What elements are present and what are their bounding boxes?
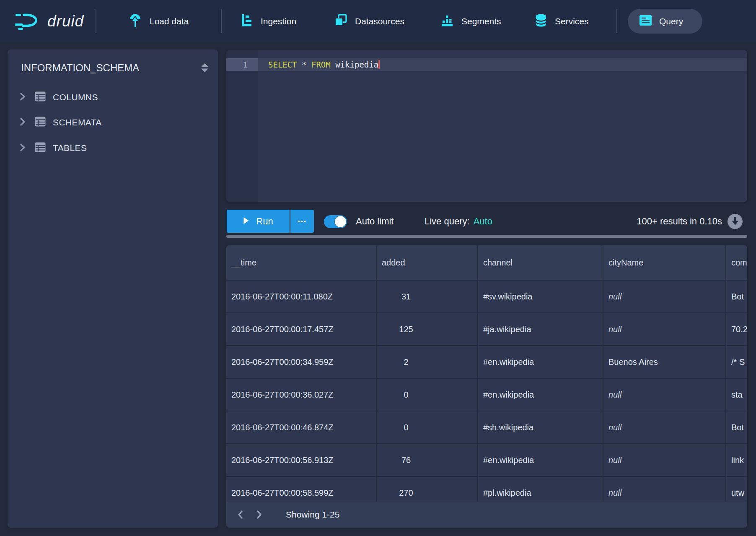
sidebar-item-label: COLUMNS	[53, 92, 98, 102]
sidebar-item-label: SCHEMATA	[53, 117, 102, 127]
table-cell[interactable]: Bot	[725, 411, 747, 443]
nav-item-segments[interactable]: Segments	[441, 0, 501, 42]
table-cell[interactable]: sta	[725, 379, 747, 411]
column-header-comment[interactable]: comment	[725, 245, 747, 280]
run-button-label: Run	[256, 216, 273, 227]
table-cell[interactable]: Buenos Aires	[603, 346, 725, 378]
table-cell[interactable]: #sh.wikipedia	[477, 411, 603, 443]
schema-panel: INFORMATION_SCHEMA COLUMNS	[8, 49, 218, 528]
nav-item-label: Ingestion	[261, 16, 296, 26]
brand-wordmark: druid	[47, 13, 84, 30]
table-cell[interactable]: #en.wikipedia	[477, 346, 603, 378]
nav-item-label: Services	[555, 16, 589, 26]
sidebar-item-schemata[interactable]: SCHEMATA	[8, 112, 218, 133]
table-cell[interactable]: null	[603, 411, 725, 443]
column-header-channel[interactable]: channel	[477, 245, 603, 280]
table-icon	[35, 142, 46, 154]
datasources-icon	[334, 14, 347, 29]
previous-page-button[interactable]	[231, 505, 250, 524]
table-cell[interactable]: null	[603, 313, 725, 345]
chevron-right-icon[interactable]	[18, 143, 26, 154]
column-header-__time[interactable]: __time	[226, 245, 376, 280]
load-data-icon	[128, 13, 142, 30]
results-header-row: __timeaddedchannelcityNamecomment	[226, 245, 747, 280]
table-cell[interactable]: 2016-06-27T00:00:34.959Z	[226, 346, 376, 378]
nav-item-label: Datasources	[355, 16, 404, 26]
nav-item-load-data[interactable]: Load data	[128, 0, 189, 42]
table-cell[interactable]: #sv.wikipedia	[477, 281, 603, 312]
table-cell[interactable]: 125	[376, 313, 477, 345]
run-button[interactable]: Run	[227, 210, 290, 233]
table-cell[interactable]: 76	[376, 444, 477, 476]
table-cell[interactable]: Bot	[725, 281, 747, 312]
table-cell[interactable]: 70.2	[725, 313, 747, 345]
table-row: 2016-06-27T00:00:17.457Z125#ja.wikipedia…	[226, 312, 747, 345]
auto-limit-label: Auto limit	[356, 216, 394, 227]
nav-item-label: Load data	[150, 16, 189, 26]
toggle-knob	[335, 216, 346, 227]
table-row: 2016-06-27T00:00:46.874Z0#sh.wikipedianu…	[226, 411, 747, 443]
sql-keyword: FROM	[311, 60, 331, 69]
chevron-right-icon[interactable]	[18, 92, 26, 103]
ingestion-icon	[241, 14, 253, 29]
table-icon	[35, 117, 46, 128]
table-cell[interactable]: null	[603, 281, 725, 312]
schema-panel-title: INFORMATION_SCHEMA	[21, 62, 139, 74]
horizontal-scrollbar[interactable]	[226, 235, 747, 238]
table-cell[interactable]: 2016-06-27T00:00:36.027Z	[226, 379, 376, 411]
table-cell[interactable]: 2016-06-27T00:00:17.457Z	[226, 313, 376, 345]
table-cell[interactable]: #ja.wikipedia	[477, 313, 603, 345]
table-cell[interactable]: #en.wikipedia	[477, 379, 603, 411]
column-header-added[interactable]: added	[376, 245, 477, 280]
sql-input[interactable]: SELECT * FROM wikipedia	[268, 58, 380, 71]
sql-text: wikipedia	[331, 60, 378, 69]
table-cell[interactable]: 2016-06-27T00:00:11.080Z	[226, 281, 376, 312]
column-header-cityName[interactable]: cityName	[603, 245, 725, 280]
table-cell[interactable]: null	[603, 379, 725, 411]
table-row: 2016-06-27T00:00:34.959Z2#en.wikipediaBu…	[226, 345, 747, 378]
navbar-divider	[221, 9, 222, 33]
nav-item-query-active[interactable]: Query	[628, 9, 702, 34]
druid-console: druid Load data Ingestio	[0, 0, 756, 536]
table-cell[interactable]: 31	[376, 281, 477, 312]
query-icon	[639, 15, 652, 28]
nav-item-services[interactable]: Services	[535, 0, 589, 42]
table-cell[interactable]: 2016-06-27T00:00:46.874Z	[226, 411, 376, 443]
live-query-value[interactable]: Auto	[474, 216, 492, 227]
nav-item-label: Segments	[461, 16, 501, 26]
sql-text: *	[297, 60, 311, 69]
table-cell[interactable]: 2	[376, 346, 477, 378]
sort-icon[interactable]	[201, 63, 209, 74]
table-cell[interactable]: 0	[376, 379, 477, 411]
chevron-right-icon[interactable]	[18, 117, 26, 128]
sidebar-item-label: TABLES	[53, 143, 87, 153]
sql-keyword: SELECT	[268, 60, 297, 69]
navbar: druid Load data Ingestio	[0, 0, 756, 42]
run-more-options-button[interactable]: •••	[290, 210, 314, 233]
live-query-label: Live query:	[425, 216, 470, 227]
table-cell[interactable]: link	[725, 444, 747, 476]
pagination-status: Showing 1-25	[286, 510, 339, 520]
table-cell[interactable]: null	[603, 444, 725, 476]
auto-limit-toggle[interactable]	[324, 215, 347, 228]
line-number: 1	[226, 58, 258, 71]
query-editor[interactable]: 1 SELECT * FROM wikipedia	[226, 50, 747, 202]
download-icon[interactable]	[727, 213, 743, 231]
sidebar-item-columns[interactable]: COLUMNS	[8, 87, 218, 107]
results-footer: Showing 1-25	[226, 502, 747, 528]
table-cell[interactable]: #en.wikipedia	[477, 444, 603, 476]
nav-item-datasources[interactable]: Datasources	[334, 0, 404, 42]
nav-item-label: Query	[659, 16, 683, 26]
table-row: 2016-06-27T00:00:11.080Z31#sv.wikipedian…	[226, 280, 747, 312]
table-cell[interactable]: 0	[376, 411, 477, 443]
text-cursor	[378, 60, 380, 69]
results-panel: __timeaddedchannelcityNamecomment 2016-0…	[226, 245, 747, 528]
editor-gutter	[226, 50, 258, 202]
more-options-icon: •••	[298, 218, 307, 225]
nav-item-ingestion[interactable]: Ingestion	[241, 0, 296, 42]
table-cell[interactable]: 2016-06-27T00:00:56.913Z	[226, 444, 376, 476]
druid-logo[interactable]: druid	[15, 0, 84, 42]
table-cell[interactable]: /* S	[725, 346, 747, 378]
next-page-button[interactable]	[250, 505, 268, 524]
sidebar-item-tables[interactable]: TABLES	[8, 138, 218, 158]
